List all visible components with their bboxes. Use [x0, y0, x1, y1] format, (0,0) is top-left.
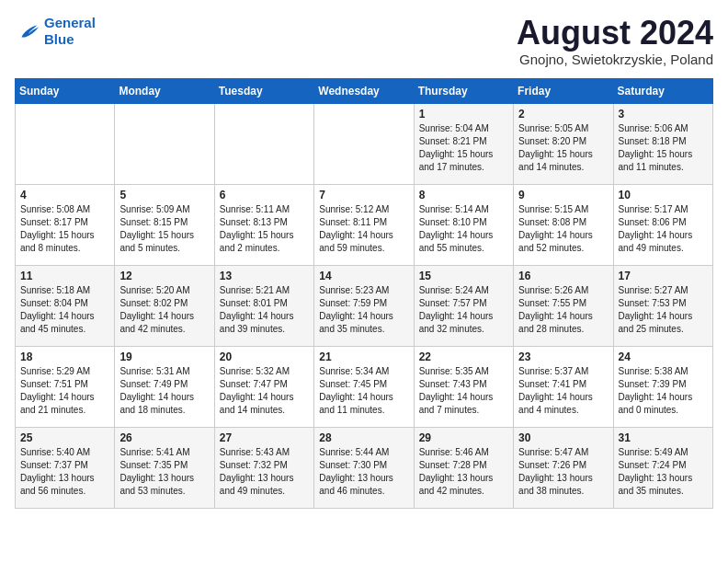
day-number: 25 [20, 431, 109, 444]
day-number: 17 [619, 270, 708, 282]
day-number: 18 [20, 350, 109, 363]
header-friday: Friday [514, 78, 613, 103]
day-number: 10 [619, 189, 708, 201]
cell-info: Sunrise: 5:08 AMSunset: 8:17 PMDaylight:… [20, 203, 109, 255]
cell-info: Sunrise: 5:44 AMSunset: 7:30 PMDaylight:… [319, 446, 408, 498]
calendar-header: SundayMondayTuesdayWednesdayThursdayFrid… [16, 78, 713, 103]
day-number: 29 [419, 431, 508, 444]
day-number: 28 [319, 431, 408, 444]
day-number: 30 [518, 431, 608, 444]
location: Gnojno, Swietokrzyskie, Poland [517, 52, 713, 67]
cell-info: Sunrise: 5:46 AMSunset: 7:28 PMDaylight:… [419, 446, 508, 498]
cell-2-6: 17Sunrise: 5:27 AMSunset: 7:53 PMDayligh… [613, 265, 712, 346]
logo-text: General Blue [44, 15, 96, 48]
cell-2-3: 14Sunrise: 5:23 AMSunset: 7:59 PMDayligh… [314, 265, 414, 346]
cell-info: Sunrise: 5:24 AMSunset: 7:57 PMDaylight:… [419, 284, 508, 336]
cell-1-2: 6Sunrise: 5:11 AMSunset: 8:13 PMDaylight… [214, 184, 313, 265]
day-number: 23 [518, 350, 608, 363]
cell-info: Sunrise: 5:40 AMSunset: 7:37 PMDaylight:… [20, 446, 109, 498]
day-number: 19 [119, 350, 209, 363]
week-row-1: 4Sunrise: 5:08 AMSunset: 8:17 PMDaylight… [16, 184, 713, 265]
month-title: August 2024 [517, 15, 713, 52]
cell-info: Sunrise: 5:14 AMSunset: 8:10 PMDaylight:… [419, 203, 508, 255]
day-number: 31 [619, 431, 708, 444]
cell-info: Sunrise: 5:06 AMSunset: 8:18 PMDaylight:… [619, 122, 708, 174]
cell-1-5: 9Sunrise: 5:15 AMSunset: 8:08 PMDaylight… [514, 184, 613, 265]
logo: General Blue [15, 15, 96, 48]
cell-1-3: 7Sunrise: 5:12 AMSunset: 8:11 PMDaylight… [314, 184, 414, 265]
day-number: 12 [119, 270, 209, 282]
page-header: General Blue August 2024 Gnojno, Swietok… [15, 15, 713, 67]
cell-info: Sunrise: 5:09 AMSunset: 8:15 PMDaylight:… [119, 203, 209, 255]
cell-1-0: 4Sunrise: 5:08 AMSunset: 8:17 PMDaylight… [16, 184, 115, 265]
day-number: 24 [619, 350, 708, 363]
week-row-0: 1Sunrise: 5:04 AMSunset: 8:21 PMDaylight… [16, 103, 713, 184]
cell-info: Sunrise: 5:12 AMSunset: 8:11 PMDaylight:… [319, 203, 408, 255]
calendar-body: 1Sunrise: 5:04 AMSunset: 8:21 PMDaylight… [16, 103, 713, 508]
cell-2-5: 16Sunrise: 5:26 AMSunset: 7:55 PMDayligh… [514, 265, 613, 346]
title-block: August 2024 Gnojno, Swietokrzyskie, Pola… [517, 15, 713, 67]
header-monday: Monday [115, 78, 214, 103]
cell-3-0: 18Sunrise: 5:29 AMSunset: 7:51 PMDayligh… [16, 346, 115, 427]
header-row: SundayMondayTuesdayWednesdayThursdayFrid… [16, 78, 713, 103]
cell-2-4: 15Sunrise: 5:24 AMSunset: 7:57 PMDayligh… [414, 265, 513, 346]
cell-1-4: 8Sunrise: 5:14 AMSunset: 8:10 PMDaylight… [414, 184, 513, 265]
day-number: 9 [518, 189, 608, 201]
day-number: 15 [419, 270, 508, 282]
cell-4-1: 26Sunrise: 5:41 AMSunset: 7:35 PMDayligh… [115, 427, 214, 508]
cell-2-1: 12Sunrise: 5:20 AMSunset: 8:02 PMDayligh… [115, 265, 214, 346]
cell-info: Sunrise: 5:35 AMSunset: 7:43 PMDaylight:… [419, 365, 508, 417]
header-sunday: Sunday [16, 78, 115, 103]
day-number: 11 [20, 270, 109, 282]
day-number: 1 [419, 108, 508, 121]
cell-0-3 [314, 103, 414, 184]
cell-info: Sunrise: 5:18 AMSunset: 8:04 PMDaylight:… [20, 284, 109, 336]
day-number: 26 [119, 431, 209, 444]
cell-0-1 [115, 103, 214, 184]
header-tuesday: Tuesday [214, 78, 313, 103]
cell-info: Sunrise: 5:17 AMSunset: 8:06 PMDaylight:… [619, 203, 708, 255]
day-number: 3 [619, 108, 708, 121]
cell-3-2: 20Sunrise: 5:32 AMSunset: 7:47 PMDayligh… [214, 346, 313, 427]
cell-1-6: 10Sunrise: 5:17 AMSunset: 8:06 PMDayligh… [613, 184, 712, 265]
cell-info: Sunrise: 5:15 AMSunset: 8:08 PMDaylight:… [518, 203, 608, 255]
cell-0-2 [214, 103, 313, 184]
cell-4-2: 27Sunrise: 5:43 AMSunset: 7:32 PMDayligh… [214, 427, 313, 508]
cell-3-1: 19Sunrise: 5:31 AMSunset: 7:49 PMDayligh… [115, 346, 214, 427]
day-number: 7 [319, 189, 408, 201]
week-row-4: 25Sunrise: 5:40 AMSunset: 7:37 PMDayligh… [16, 427, 713, 508]
week-row-2: 11Sunrise: 5:18 AMSunset: 8:04 PMDayligh… [16, 265, 713, 346]
day-number: 22 [419, 350, 508, 363]
cell-info: Sunrise: 5:29 AMSunset: 7:51 PMDaylight:… [20, 365, 109, 417]
day-number: 21 [319, 350, 408, 363]
cell-info: Sunrise: 5:49 AMSunset: 7:24 PMDaylight:… [619, 446, 708, 498]
cell-info: Sunrise: 5:04 AMSunset: 8:21 PMDaylight:… [419, 122, 508, 174]
day-number: 20 [220, 350, 309, 363]
cell-info: Sunrise: 5:34 AMSunset: 7:45 PMDaylight:… [319, 365, 408, 417]
header-thursday: Thursday [414, 78, 513, 103]
cell-2-2: 13Sunrise: 5:21 AMSunset: 8:01 PMDayligh… [214, 265, 313, 346]
day-number: 6 [220, 189, 309, 201]
cell-info: Sunrise: 5:27 AMSunset: 7:53 PMDaylight:… [619, 284, 708, 336]
cell-3-3: 21Sunrise: 5:34 AMSunset: 7:45 PMDayligh… [314, 346, 414, 427]
cell-info: Sunrise: 5:26 AMSunset: 7:55 PMDaylight:… [518, 284, 608, 336]
header-saturday: Saturday [613, 78, 712, 103]
week-row-3: 18Sunrise: 5:29 AMSunset: 7:51 PMDayligh… [16, 346, 713, 427]
day-number: 27 [220, 431, 309, 444]
cell-0-0 [16, 103, 115, 184]
cell-info: Sunrise: 5:47 AMSunset: 7:26 PMDaylight:… [518, 446, 608, 498]
header-wednesday: Wednesday [314, 78, 414, 103]
cell-0-6: 3Sunrise: 5:06 AMSunset: 8:18 PMDaylight… [613, 103, 712, 184]
cell-0-4: 1Sunrise: 5:04 AMSunset: 8:21 PMDaylight… [414, 103, 513, 184]
day-number: 13 [220, 270, 309, 282]
cell-info: Sunrise: 5:23 AMSunset: 7:59 PMDaylight:… [319, 284, 408, 336]
cell-info: Sunrise: 5:38 AMSunset: 7:39 PMDaylight:… [619, 365, 708, 417]
cell-info: Sunrise: 5:31 AMSunset: 7:49 PMDaylight:… [119, 365, 209, 417]
day-number: 8 [419, 189, 508, 201]
cell-info: Sunrise: 5:20 AMSunset: 8:02 PMDaylight:… [119, 284, 209, 336]
cell-2-0: 11Sunrise: 5:18 AMSunset: 8:04 PMDayligh… [16, 265, 115, 346]
day-number: 4 [20, 189, 109, 201]
cell-3-4: 22Sunrise: 5:35 AMSunset: 7:43 PMDayligh… [414, 346, 513, 427]
cell-1-1: 5Sunrise: 5:09 AMSunset: 8:15 PMDaylight… [115, 184, 214, 265]
cell-4-4: 29Sunrise: 5:46 AMSunset: 7:28 PMDayligh… [414, 427, 513, 508]
